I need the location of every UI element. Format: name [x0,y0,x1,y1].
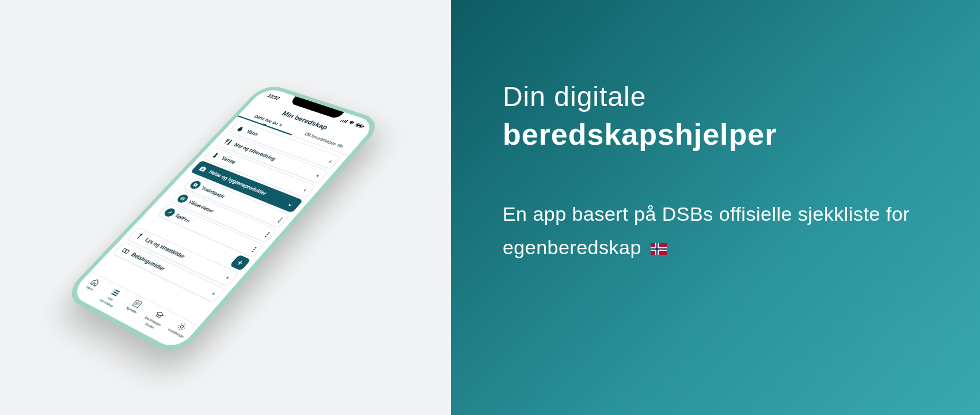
norway-flag-icon [651,243,667,255]
sub-item-label: Våtservietter [188,199,215,214]
cash-icon [120,246,132,255]
category-label: Varme [221,156,238,165]
svg-point-19 [180,325,184,329]
phone-frame: 13:37 Min beredskap Dette har du ↴ Øk be… [63,82,385,357]
chevron-left-icon: ‹ [328,158,334,164]
heading-line1: Din digitale [503,81,928,112]
hero-left-panel: 13:37 Min beredskap Dette har du ↴ Øk be… [0,0,451,415]
heading-line2: beredskapshjelper [503,117,928,152]
hero-subtext: En app basert på DSBs offisielle sjekkli… [503,198,928,265]
battery-icon [355,123,366,129]
subtext-content: En app basert på DSBs offisielle sjekkli… [503,203,910,258]
sub-item-label: Toalettpapir [200,186,226,199]
hero-right-panel: Din digitale beredskapshjelper En app ba… [451,0,980,415]
more-icon[interactable] [252,247,257,252]
cutlery-icon [223,138,234,146]
chevron-left-icon: ‹ [211,290,218,297]
category-label: Vann [245,129,260,137]
more-icon[interactable] [278,217,283,222]
svg-point-14 [124,250,127,252]
chevron-left-icon: ‹ [302,187,309,193]
chevron-left-icon: ‹ [315,172,322,179]
add-button[interactable]: + [230,255,251,271]
more-icon[interactable] [265,232,270,237]
phone-mockup: 13:37 Min beredskap Dette har du ↴ Øk be… [63,82,385,357]
medkit-icon [197,165,209,173]
water-icon [235,124,246,133]
chevron-down-icon: ⌄ [286,200,296,207]
flashlight-icon [134,232,146,241]
plus-icon: + [235,258,246,267]
sub-item-label: EpiPen [174,213,192,223]
phone-screen: 13:37 Min beredskap Dette har du ↴ Øk be… [70,86,378,352]
chevron-left-icon: ‹ [225,274,231,281]
svg-rect-0 [340,120,342,122]
thermometer-icon [210,151,222,159]
